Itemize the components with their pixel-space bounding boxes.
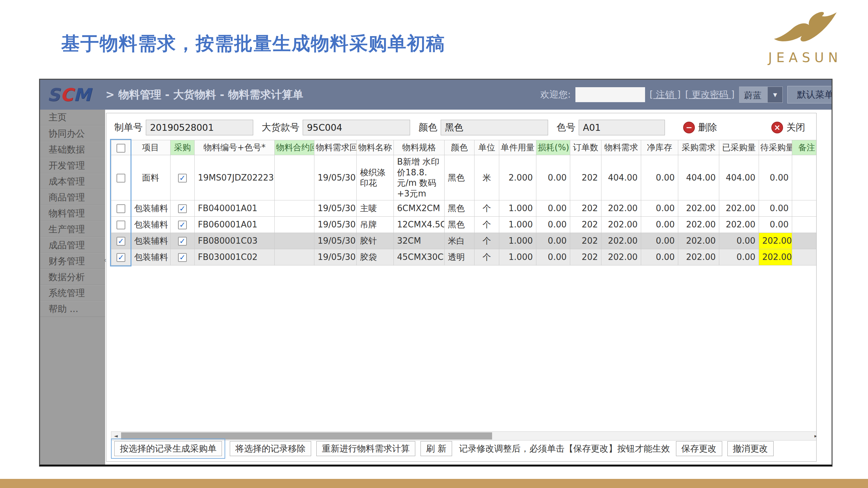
cell-name: 吊牌 <box>357 217 394 233</box>
cell-contract_reply <box>275 217 314 233</box>
field-input-1[interactable] <box>146 120 253 135</box>
cell-spec: 6CMX2CM <box>394 200 444 217</box>
purchase-checkbox[interactable]: ✓ <box>178 237 187 246</box>
cell-spec: 45CMX30CM <box>394 249 444 265</box>
scroll-right-arrow-icon[interactable]: ► <box>812 433 816 439</box>
sidebar-item-9[interactable]: 成品管理 <box>40 237 105 253</box>
field-label-4: 色号 <box>557 121 576 134</box>
content-panel: 制单号大货款号颜色色号 − 删除 × 关闭 项目采购物料编号+色号*物料合约回货… <box>106 113 816 462</box>
footer-button-4[interactable]: 刷 新 <box>421 441 452 456</box>
sidebar-item-8[interactable]: 生产管理 <box>40 221 105 237</box>
cell-name: 胶袋 <box>357 249 394 265</box>
sidebar-item-4[interactable]: 开发管理 <box>40 158 105 173</box>
chevron-down-icon[interactable]: ▾ <box>768 87 782 102</box>
cell-name: 主唛 <box>357 200 394 217</box>
logout-link[interactable]: [ 注销 ] <box>650 89 681 101</box>
cell-color: 黑色 <box>444 217 474 233</box>
purchase-checkbox[interactable]: ✓ <box>178 174 187 183</box>
cell-demand_reply: 19/05/30 <box>314 200 357 217</box>
cell-spec: 32CM <box>394 233 444 249</box>
cell-code: 19MS07JDZ022236A <box>195 155 275 200</box>
footer-right-button-1[interactable]: 保存更改 <box>676 441 722 456</box>
table-row: 面料✓19MS07JDZ022236A19/05/30梭织涤印花B新增 水印价1… <box>111 155 817 200</box>
field-input-3[interactable] <box>441 120 548 135</box>
cell-order_qty: 202 <box>570 249 601 265</box>
cell-color: 透明 <box>444 249 474 265</box>
sidebar-item-6[interactable]: 商品管理 <box>40 189 105 205</box>
cell-item: 面料 <box>131 155 170 200</box>
cell-purchased_qty: 404.00 <box>719 155 759 200</box>
cell-unit_usage: 1.000 <box>499 217 536 233</box>
cell-loss_pct: 0.00 <box>536 155 570 200</box>
field-input-4[interactable] <box>579 120 665 135</box>
col-header-6: 物料需求回货 <box>314 140 357 155</box>
footer-right-button-2[interactable]: 撤消更改 <box>727 441 774 456</box>
scroll-left-arrow-icon[interactable]: ◄ <box>111 433 120 439</box>
cell-loss_pct: 0.00 <box>536 217 570 233</box>
close-label: 关闭 <box>786 121 805 134</box>
row-checkbox[interactable] <box>117 221 125 229</box>
footer-button-2[interactable]: 将选择的记录移除 <box>230 441 311 456</box>
cell-unit_usage: 1.000 <box>499 249 536 265</box>
cell-unit_usage: 2.000 <box>499 155 536 200</box>
delete-button[interactable]: − 删除 <box>683 121 717 134</box>
sidebar-item-1[interactable]: 主页 <box>40 110 105 126</box>
cell-purchase: ✓ <box>170 200 195 217</box>
cell-item: 包装辅料 <box>131 233 170 249</box>
table-header-row: 项目采购物料编号+色号*物料合约回货物料需求回货物料名称物料规格颜色单位单件用量… <box>111 140 817 155</box>
theme-select[interactable]: 蔚蓝 ▾ <box>739 87 783 103</box>
purchase-checkbox[interactable]: ✓ <box>178 253 187 262</box>
sidebar-item-7[interactable]: 物料管理 <box>40 205 105 221</box>
footer-left-buttons: 按选择的记录生成采购单将选择的记录移除重新进行物料需求计算刷 新 <box>111 438 457 459</box>
row-checkbox[interactable] <box>117 204 125 213</box>
field-input-2[interactable] <box>303 120 410 135</box>
close-button[interactable]: × 关闭 <box>771 121 805 134</box>
change-password-link[interactable]: [ 更改密码 ] <box>685 89 735 101</box>
cell-to_purchase_qty: 0.00 <box>759 217 792 233</box>
row-checkbox[interactable]: ✓ <box>117 237 125 246</box>
sidebar-item-13[interactable]: 帮助 ... <box>40 301 105 317</box>
row-checkbox[interactable] <box>117 174 125 183</box>
scm-logo-s: S <box>47 85 60 105</box>
cell-order_qty: 202 <box>570 155 601 200</box>
cell-unit: 米 <box>474 155 499 200</box>
sidebar-item-11[interactable]: 数据分析 <box>40 269 105 285</box>
cell-contract_reply <box>275 233 314 249</box>
footer-button-1[interactable]: 按选择的记录生成采购单 <box>114 441 222 456</box>
delete-minus-icon: − <box>683 122 695 133</box>
cell-item: 包装辅料 <box>131 217 170 233</box>
cell-net_stock: 0.00 <box>641 249 678 265</box>
row-checkbox[interactable]: ✓ <box>117 253 125 262</box>
purchase-checkbox[interactable]: ✓ <box>178 204 187 213</box>
theme-select-value: 蔚蓝 <box>739 87 768 102</box>
default-menu-button[interactable]: 默认菜单 <box>787 86 833 103</box>
cell-purchased_qty: 202.00 <box>719 200 759 217</box>
cell-purchase_demand: 202.00 <box>678 233 719 249</box>
cell-spec: 12CMX4.5CM <box>394 217 444 233</box>
cell-purchase: ✓ <box>170 233 195 249</box>
welcome-label: 欢迎您: <box>540 89 570 101</box>
cell-loss_pct: 0.00 <box>536 200 570 217</box>
sidebar-collapse-handle[interactable]: ‹ <box>104 256 106 264</box>
purchase-checkbox[interactable]: ✓ <box>178 221 187 229</box>
cell-unit: 个 <box>474 200 499 217</box>
cell-contract_reply <box>275 249 314 265</box>
cell-select <box>111 217 131 233</box>
cell-to_purchase_qty: 0.00 <box>759 200 792 217</box>
sidebar-item-10[interactable]: 财务管理 <box>40 253 105 269</box>
sidebar-item-5[interactable]: 成本管理 <box>40 173 105 189</box>
col-header-19: 备注 <box>792 140 817 155</box>
cell-unit: 个 <box>474 249 499 265</box>
table-row: ✓包装辅料✓FB080001C0319/05/30胶针32CM米白个1.0000… <box>111 233 817 249</box>
sidebar-item-3[interactable]: 基础数据 <box>40 141 105 158</box>
col-header-11: 单件用量 <box>499 140 536 155</box>
sidebar-item-2[interactable]: 协同办公 <box>40 126 105 141</box>
cell-material_demand: 404.00 <box>601 155 641 200</box>
footer-button-3[interactable]: 重新进行物料需求计算 <box>316 441 415 456</box>
col-header-12: 损耗(%) <box>536 140 570 155</box>
cell-remark <box>792 249 817 265</box>
select-all-checkbox[interactable] <box>117 144 125 153</box>
footer-right-buttons: 保存更改撤消更改 <box>676 441 779 456</box>
col-header-15: 净库存 <box>641 140 678 155</box>
sidebar-item-12[interactable]: 系统管理 <box>40 285 105 301</box>
